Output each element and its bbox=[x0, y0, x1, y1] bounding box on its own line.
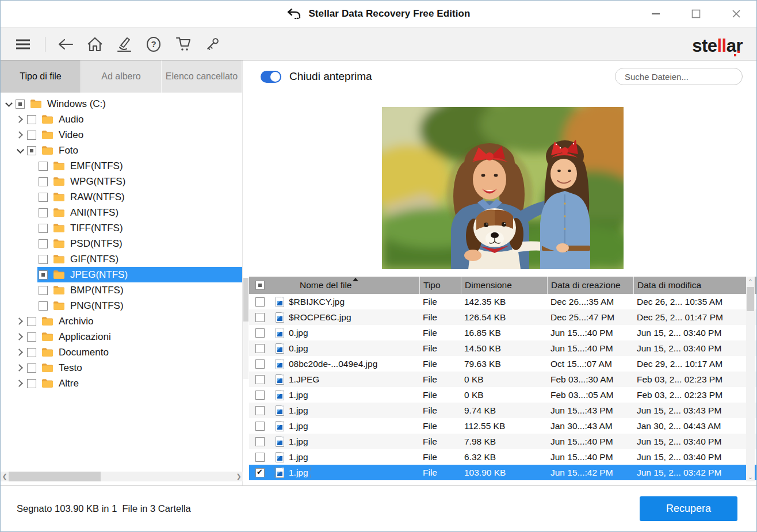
tree-expander[interactable] bbox=[3, 98, 14, 110]
row-checkbox[interactable] bbox=[255, 375, 265, 384]
maximize-button[interactable] bbox=[676, 1, 716, 27]
tree-expander[interactable] bbox=[26, 207, 37, 219]
close-button[interactable] bbox=[716, 1, 756, 27]
tab-elenco-cancellato[interactable]: Elenco cancellato bbox=[162, 60, 242, 93]
tree-item[interactable]: BMP(NTFS) bbox=[1, 282, 242, 298]
tree-checkbox[interactable] bbox=[27, 146, 36, 155]
tree-item[interactable]: Archivio bbox=[1, 313, 242, 329]
table-row[interactable]: 1.jpg File 6.32 KB Jun 15...:40 PM Jun 1… bbox=[249, 449, 756, 465]
table-row[interactable]: 1.jpg File 0 KB Feb 03...:05 AM Feb 03, … bbox=[249, 387, 756, 403]
header-modified[interactable]: Data di modifica bbox=[633, 277, 756, 294]
table-row[interactable]: 08bc20de-...049e4.jpg File 79.63 KB Oct … bbox=[249, 356, 756, 372]
tree-vertical-scrollbar[interactable] bbox=[243, 278, 248, 379]
tree-expander[interactable] bbox=[26, 176, 37, 187]
tree-hscroll-thumb[interactable] bbox=[9, 472, 101, 481]
preview-toggle[interactable] bbox=[261, 71, 281, 83]
activation-key-button[interactable] bbox=[204, 36, 221, 53]
table-vertical-scrollbar[interactable]: ⌃ ⌄ bbox=[746, 277, 755, 481]
scroll-down-arrow-icon[interactable]: ⌄ bbox=[746, 472, 755, 481]
header-size[interactable]: Dimensione bbox=[461, 277, 547, 294]
table-row[interactable]: 1.jpg File 7.98 KB Jun 15...:40 PM Jun 1… bbox=[249, 434, 756, 449]
tree-checkbox[interactable] bbox=[39, 301, 48, 311]
tab-ad-albero[interactable]: Ad albero bbox=[81, 60, 162, 93]
tree-expander[interactable] bbox=[14, 145, 26, 156]
row-checkbox[interactable] bbox=[255, 422, 265, 431]
tree-checkbox[interactable] bbox=[27, 379, 36, 388]
tree-checkbox[interactable] bbox=[16, 99, 25, 109]
tree-item[interactable]: ANI(NTFS) bbox=[1, 205, 242, 220]
table-row[interactable]: 1.jpg File 103.90 KB Jun 15...:42 PM Jun… bbox=[249, 465, 756, 480]
tree-expander[interactable] bbox=[26, 160, 37, 172]
tree-item[interactable]: Foto bbox=[1, 143, 242, 158]
tree-item[interactable]: Testo bbox=[1, 360, 242, 376]
header-select-all-checkbox-cell[interactable] bbox=[249, 277, 271, 294]
tree-item[interactable]: Windows (C:) bbox=[1, 96, 242, 112]
tree-checkbox[interactable] bbox=[39, 224, 48, 233]
tree-checkbox[interactable] bbox=[27, 115, 36, 124]
tree-item[interactable]: PSD(NTFS) bbox=[1, 236, 242, 251]
header-type[interactable]: Tipo bbox=[419, 277, 461, 294]
tree-item[interactable]: GIF(NTFS) bbox=[1, 251, 242, 267]
row-checkbox[interactable] bbox=[255, 313, 265, 322]
tree-expander[interactable] bbox=[26, 285, 37, 296]
tree-vscroll-thumb[interactable] bbox=[243, 278, 248, 322]
tree-checkbox[interactable] bbox=[39, 255, 48, 264]
row-checkbox[interactable] bbox=[255, 359, 265, 369]
search-input[interactable] bbox=[625, 72, 739, 82]
tree-expander[interactable] bbox=[14, 114, 26, 125]
tree-checkbox[interactable] bbox=[39, 239, 48, 248]
row-checkbox[interactable] bbox=[255, 328, 265, 338]
tree-checkbox[interactable] bbox=[27, 363, 36, 373]
tree-item[interactable]: Video bbox=[1, 127, 242, 143]
tree-expander[interactable] bbox=[26, 192, 37, 203]
tree-checkbox[interactable] bbox=[27, 332, 36, 342]
table-row[interactable]: 1.JPEG File 0 KB Feb 03...:30 AM Feb 03,… bbox=[249, 372, 756, 387]
recover-button[interactable]: Recupera bbox=[640, 496, 737, 521]
tree-expander[interactable] bbox=[14, 362, 26, 374]
home-button[interactable] bbox=[86, 36, 104, 53]
scroll-right-arrow-icon[interactable]: ❯ bbox=[235, 472, 243, 481]
tree-item[interactable]: Documento bbox=[1, 345, 242, 360]
tree-checkbox[interactable] bbox=[39, 162, 48, 171]
tree-item[interactable]: WPG(NTFS) bbox=[1, 174, 242, 189]
tree-expander[interactable] bbox=[26, 238, 37, 250]
tree-checkbox[interactable] bbox=[39, 270, 48, 280]
scroll-up-arrow-icon[interactable]: ⌃ bbox=[746, 277, 755, 286]
tree-item[interactable]: RAW(NTFS) bbox=[1, 189, 242, 205]
row-checkbox[interactable] bbox=[255, 437, 265, 446]
tree-checkbox[interactable] bbox=[39, 286, 48, 295]
tree-checkbox[interactable] bbox=[27, 131, 36, 140]
help-button[interactable]: ? bbox=[145, 36, 162, 53]
tree-expander[interactable] bbox=[26, 223, 37, 234]
tree-item[interactable]: EMF(NTFS) bbox=[1, 158, 242, 174]
tree-item[interactable]: Applicazioni bbox=[1, 329, 242, 345]
minimize-button[interactable] bbox=[636, 1, 676, 27]
menu-button[interactable] bbox=[14, 36, 32, 53]
tree-expander[interactable] bbox=[26, 300, 37, 312]
tree-item[interactable]: JPEG(NTFS) bbox=[1, 267, 242, 282]
table-row[interactable]: $ROCPE6C.jpg File 126.54 KB Dec 25...:47… bbox=[249, 309, 756, 325]
tree-horizontal-scrollbar[interactable]: ❮ ❯ bbox=[1, 472, 243, 481]
table-vscroll-thumb[interactable] bbox=[747, 287, 754, 311]
table-row[interactable]: 0.jpg File 14.50 KB Jun 15...:40 PM Jun … bbox=[249, 340, 756, 356]
tree-item[interactable]: Audio bbox=[1, 112, 242, 127]
table-row[interactable]: 1.jpg File 9.74 KB Jun 15...:43 PM Jun 1… bbox=[249, 403, 756, 418]
table-row[interactable]: 1.jpg File 112.55 KB Jan 30...:43 AM Jan… bbox=[249, 418, 756, 434]
row-checkbox[interactable] bbox=[255, 344, 265, 353]
header-created[interactable]: Data di creazione bbox=[547, 277, 633, 294]
tree-checkbox[interactable] bbox=[27, 317, 36, 326]
tree-expander[interactable] bbox=[14, 129, 26, 141]
tree-expander[interactable] bbox=[14, 347, 26, 358]
tree-expander[interactable] bbox=[26, 254, 37, 265]
tree-expander[interactable] bbox=[14, 378, 26, 389]
row-checkbox[interactable] bbox=[255, 468, 265, 477]
table-row[interactable]: 0.jpg File 16.85 KB Jun 15...:40 PM Jun … bbox=[249, 325, 756, 340]
cart-button[interactable] bbox=[174, 36, 192, 53]
deep-scan-button[interactable] bbox=[116, 36, 133, 53]
tab-tipo-di-file[interactable]: Tipo di file bbox=[1, 60, 81, 93]
tree-expander[interactable] bbox=[14, 316, 26, 327]
row-checkbox[interactable] bbox=[255, 453, 265, 462]
header-name[interactable]: Nome del file bbox=[271, 277, 419, 294]
tree-checkbox[interactable] bbox=[27, 348, 36, 357]
back-button[interactable] bbox=[57, 36, 74, 53]
